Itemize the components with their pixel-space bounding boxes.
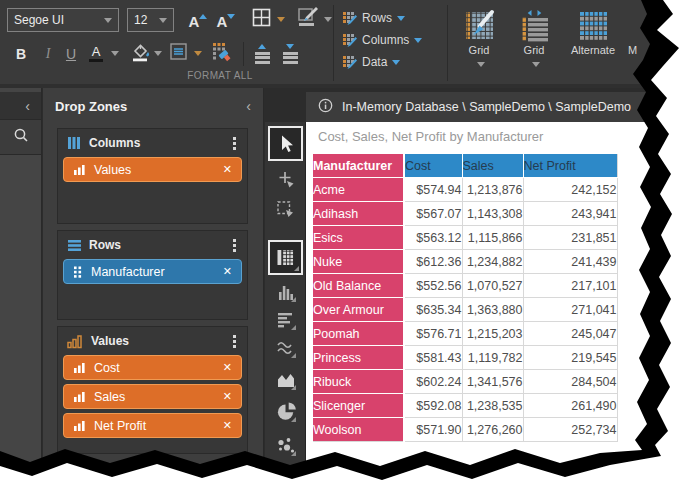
sidebar-collapse-button[interactable]: ‹ bbox=[0, 92, 41, 120]
submenu-corner-icon bbox=[291, 297, 296, 302]
cell-value: 241,439 bbox=[523, 250, 617, 274]
remove-field-icon[interactable]: ✕ bbox=[223, 419, 232, 432]
more-options-icon[interactable] bbox=[231, 237, 238, 254]
remove-field-icon[interactable]: ✕ bbox=[223, 265, 232, 278]
bold-button[interactable]: B bbox=[12, 44, 30, 64]
grid-brush-icon bbox=[342, 55, 359, 70]
pill-label: Values bbox=[94, 163, 131, 177]
row-label-over-armour[interactable]: Over Armour bbox=[313, 298, 404, 322]
dimension-icon bbox=[73, 265, 83, 279]
row-label-adihash[interactable]: Adihash bbox=[313, 202, 404, 226]
more-options-icon[interactable] bbox=[231, 135, 238, 152]
column-header-cost[interactable]: Cost bbox=[404, 154, 462, 178]
row-label-nuke[interactable]: Nuke bbox=[313, 250, 404, 274]
row-label-poomah[interactable]: Poomah bbox=[313, 322, 404, 346]
tool-table-grid[interactable] bbox=[268, 240, 303, 275]
table-row: Over Armour$635.341,363,880271,041 bbox=[313, 298, 617, 322]
row-label-ribuck[interactable]: Ribuck bbox=[313, 370, 404, 394]
pointer-icon bbox=[276, 134, 296, 154]
pill-label: Net Profit bbox=[94, 419, 146, 433]
ribbon-rows-menu[interactable]: Rows bbox=[342, 8, 422, 28]
field-pill-net-profit[interactable]: Net Profit✕ bbox=[63, 413, 242, 438]
row-label-slicenger[interactable]: Slicenger bbox=[313, 394, 404, 418]
tool-pointer[interactable] bbox=[268, 126, 303, 161]
search-icon bbox=[13, 127, 29, 147]
sidebar-search-button[interactable] bbox=[0, 120, 41, 155]
row-label-acme[interactable]: Acme bbox=[313, 178, 404, 202]
remove-field-icon[interactable]: ✕ bbox=[223, 390, 232, 403]
field-pill-values[interactable]: Values✕ bbox=[63, 157, 242, 182]
row-label-princess[interactable]: Princess bbox=[313, 346, 404, 370]
tool-move[interactable] bbox=[274, 168, 298, 192]
border-style-dropdown[interactable] bbox=[324, 17, 332, 22]
font-color-dropdown[interactable] bbox=[111, 51, 119, 56]
tool-marquee-select[interactable] bbox=[274, 198, 298, 222]
data-grid[interactable]: ManufacturerCostSalesNet ProfitAcme$574.… bbox=[313, 154, 618, 442]
drop-zone-header: Values bbox=[58, 327, 247, 355]
more-options-icon[interactable] bbox=[231, 333, 238, 350]
column-header-manufacturer[interactable]: Manufacturer bbox=[313, 154, 404, 178]
field-pill-sales[interactable]: Sales✕ bbox=[63, 384, 242, 409]
alignment-dropdown[interactable] bbox=[194, 51, 202, 56]
row-label-old-balance[interactable]: Old Balance bbox=[313, 274, 404, 298]
button-label: GridSizing bbox=[524, 44, 545, 70]
border-style-button[interactable] bbox=[296, 6, 320, 32]
table-row: Old Balance$552.561,070,527217,101 bbox=[313, 274, 617, 298]
grid-button-group: GridDesignGridSizingAlternateRowsMM bbox=[453, 4, 658, 70]
table-row: Nuke$612.361,234,882241,439 bbox=[313, 250, 617, 274]
tool-area-chart[interactable] bbox=[274, 368, 298, 392]
font-family-select[interactable]: Segoe UI bbox=[7, 8, 119, 32]
cell-value: 242,152 bbox=[523, 178, 617, 202]
tool-bar-chart[interactable] bbox=[274, 280, 298, 304]
grow-font-button[interactable]: A bbox=[183, 10, 205, 32]
table-row: Princess$581.431,119,782219,545 bbox=[313, 346, 617, 370]
italic-button[interactable]: I bbox=[40, 44, 56, 64]
align-text-icon bbox=[170, 43, 187, 64]
ribbon-columns-menu[interactable]: Columns bbox=[342, 30, 422, 50]
field-pill-cost[interactable]: Cost✕ bbox=[63, 355, 242, 380]
cell-value: $574.94 bbox=[404, 178, 462, 202]
panel-collapse-button[interactable]: ‹ bbox=[246, 98, 251, 114]
cell-value: 252,734 bbox=[523, 418, 617, 442]
font-size-select[interactable]: 12 bbox=[127, 8, 174, 32]
cell-value: 1,234,882 bbox=[462, 250, 523, 274]
tool-line-chart[interactable] bbox=[274, 336, 298, 360]
column-header-sales[interactable]: Sales bbox=[462, 154, 523, 178]
column-header-net-profit[interactable]: Net Profit bbox=[523, 154, 617, 178]
cell-value: $576.71 bbox=[404, 322, 462, 346]
grid-sizing-button[interactable]: GridSizing bbox=[510, 4, 558, 70]
cell-value: $563.12 bbox=[404, 226, 462, 250]
field-pill-manufacturer[interactable]: Manufacturer✕ bbox=[63, 259, 242, 284]
alternate-rows-button[interactable]: AlternateRows bbox=[563, 4, 623, 70]
borders-button[interactable] bbox=[250, 8, 272, 30]
clear-formatting-button[interactable] bbox=[211, 43, 233, 65]
shrink-font-button[interactable]: A bbox=[211, 10, 233, 32]
drop-zones-panel: Drop Zones ‹ ColumnsValues✕RowsManufactu… bbox=[43, 88, 264, 494]
remove-field-icon[interactable]: ✕ bbox=[223, 163, 232, 176]
font-color-button[interactable]: A bbox=[86, 44, 106, 64]
tool-row-chart[interactable] bbox=[274, 308, 298, 332]
cell-value: 217,101 bbox=[523, 274, 617, 298]
table-header-row: ManufacturerCostSalesNet Profit bbox=[313, 154, 617, 178]
cell-value: $567.07 bbox=[404, 202, 462, 226]
ribbon-data-menu[interactable]: Data bbox=[342, 52, 422, 72]
underline-button[interactable]: U bbox=[62, 44, 80, 64]
m-m-button[interactable]: MM bbox=[628, 4, 658, 70]
remove-field-icon[interactable]: ✕ bbox=[223, 361, 232, 374]
visualization-toolbox bbox=[265, 88, 306, 494]
increase-padding-button[interactable] bbox=[251, 41, 273, 67]
row-label-esics[interactable]: Esics bbox=[313, 226, 404, 250]
row-label-woolson[interactable]: Woolson bbox=[313, 418, 404, 442]
cell-value: 1,276,260 bbox=[462, 418, 523, 442]
fill-color-dropdown[interactable] bbox=[154, 51, 162, 56]
alignment-button[interactable] bbox=[169, 44, 188, 63]
decrease-padding-button[interactable] bbox=[279, 41, 301, 67]
grid-design-button[interactable]: GridDesign bbox=[453, 4, 505, 70]
pill-label: Manufacturer bbox=[91, 265, 165, 279]
tool-pie-chart[interactable] bbox=[274, 400, 298, 424]
tool-scatter-chart[interactable] bbox=[274, 434, 298, 458]
fill-color-button[interactable] bbox=[128, 42, 152, 66]
pill-label: Cost bbox=[94, 361, 120, 375]
borders-dropdown[interactable] bbox=[277, 17, 285, 22]
design-canvas[interactable]: Cost, Sales, Net Profit by Manufacturer … bbox=[306, 122, 683, 494]
